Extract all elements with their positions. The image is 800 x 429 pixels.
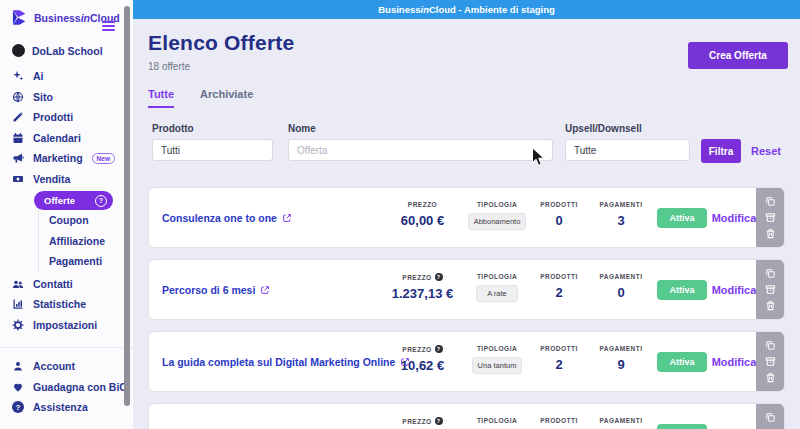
offer-row: test_abb_reverse PREZZO? TIPOLOGIA PRODO… bbox=[148, 403, 785, 429]
nome-input[interactable] bbox=[288, 139, 553, 161]
row-actions-strip bbox=[756, 260, 784, 319]
chart-icon bbox=[12, 298, 24, 310]
globe-icon bbox=[12, 91, 24, 103]
sidebar-item-impostazioni[interactable]: Impostazioni bbox=[0, 315, 133, 336]
external-link-icon[interactable] bbox=[282, 213, 292, 223]
sidebar-item-coupon[interactable]: Coupon bbox=[39, 210, 133, 231]
tab-tutte[interactable]: Tutte bbox=[148, 88, 174, 108]
archive-icon[interactable] bbox=[765, 356, 776, 367]
price-info-icon[interactable]: ? bbox=[435, 417, 443, 425]
crea-offerta-button[interactable]: Crea Offerta bbox=[688, 42, 788, 69]
trash-icon[interactable] bbox=[765, 372, 776, 383]
sidebar-item-affiliazione[interactable]: Affiliazione bbox=[39, 231, 133, 252]
price-info-icon[interactable]: ? bbox=[435, 345, 443, 353]
row-actions-strip bbox=[756, 188, 784, 247]
sidebar-item-ai[interactable]: Ai bbox=[0, 66, 133, 87]
sidebar-scrollbar[interactable] bbox=[124, 6, 130, 406]
status-badge: Attiva bbox=[657, 280, 706, 300]
brand-logo[interactable]: BusinessinCloud bbox=[0, 0, 133, 27]
gear-icon bbox=[12, 319, 24, 331]
upsell-downsell-label: Upsell/Downsell bbox=[565, 123, 642, 134]
sidebar-item-contatti[interactable]: Contatti bbox=[0, 274, 133, 295]
pencil-icon bbox=[12, 111, 24, 123]
sidebar-item-account[interactable]: Account bbox=[0, 356, 133, 377]
filtra-button[interactable]: Filtra bbox=[701, 139, 741, 163]
sidebar-nav: Ai Sito Prodotti Calendari Marketing New bbox=[0, 66, 133, 418]
offer-payments: 3 bbox=[590, 213, 652, 228]
page-title: Elenco Offerte bbox=[148, 31, 294, 55]
modifica-link[interactable]: Modifica bbox=[712, 284, 757, 296]
trash-icon[interactable] bbox=[765, 300, 776, 311]
businessincloud-logo-icon bbox=[10, 8, 29, 27]
sidebar-item-pagamenti[interactable]: Pagamenti bbox=[39, 251, 133, 272]
staging-banner: BusinessinCloud - Ambiente di staging bbox=[133, 0, 800, 19]
sidebar: BusinessinCloud DoLab School Ai Sito Pro… bbox=[0, 0, 133, 429]
hamburger-menu-icon[interactable] bbox=[102, 25, 115, 27]
offer-products: 2 bbox=[528, 357, 590, 372]
row-actions-strip bbox=[756, 332, 784, 391]
duplicate-icon[interactable] bbox=[765, 340, 776, 351]
workspace-name: DoLab School bbox=[32, 45, 103, 57]
sidebar-item-vendita[interactable]: Vendita bbox=[0, 169, 133, 190]
workspace-avatar bbox=[12, 44, 25, 57]
sidebar-divider bbox=[0, 347, 133, 348]
prodotto-label: Prodotto bbox=[152, 123, 194, 134]
sidebar-item-assistenza[interactable]: ? Assistenza bbox=[0, 397, 133, 418]
archive-icon[interactable] bbox=[765, 212, 776, 223]
reset-link[interactable]: Reset bbox=[751, 145, 781, 157]
offer-row: Percorso di 6 mesi PREZZO?1.237,13 € TIP… bbox=[148, 259, 785, 320]
upsell-downsell-select[interactable] bbox=[565, 139, 690, 161]
contacts-icon bbox=[12, 278, 24, 290]
offer-products: 0 bbox=[528, 213, 590, 228]
person-icon bbox=[12, 360, 24, 372]
duplicate-icon[interactable] bbox=[765, 268, 776, 279]
sidebar-item-sito[interactable]: Sito bbox=[0, 87, 133, 108]
sidebar-item-statistiche[interactable]: Statistiche bbox=[0, 294, 133, 315]
tabs: Tutte Archiviate bbox=[148, 88, 253, 108]
staging-banner-text: BusinessinCloud - Ambiente di staging bbox=[378, 4, 555, 15]
workspace-switcher[interactable]: DoLab School bbox=[0, 27, 133, 57]
offer-name-link[interactable]: Consulenza one to one bbox=[162, 212, 277, 224]
price-info-icon[interactable]: ? bbox=[435, 273, 443, 281]
offer-price: 10,62 € bbox=[379, 358, 466, 373]
sidebar-item-marketing[interactable]: Marketing New bbox=[0, 148, 133, 169]
vendita-submenu: Offerte ? Coupon Affiliazione Pagamenti bbox=[38, 191, 133, 272]
tipologia-badge: A rate bbox=[476, 285, 518, 302]
brand-name: BusinessinCloud bbox=[34, 12, 120, 24]
tipologia-badge: Una tantum bbox=[472, 357, 523, 374]
sidebar-item-guadagna-con-bic[interactable]: Guadagna con BiC bbox=[0, 377, 133, 398]
tipologia-badge: Abbonamento bbox=[468, 213, 527, 230]
offer-products: 2 bbox=[528, 285, 590, 300]
duplicate-icon[interactable] bbox=[765, 196, 776, 207]
calendar-icon bbox=[12, 132, 24, 144]
trash-icon[interactable] bbox=[765, 228, 776, 239]
help-circle-icon[interactable]: ? bbox=[95, 195, 107, 207]
sparkle-icon bbox=[12, 70, 24, 82]
duplicate-icon[interactable] bbox=[765, 412, 776, 423]
sidebar-item-calendari[interactable]: Calendari bbox=[0, 128, 133, 149]
offer-payments: 9 bbox=[590, 357, 652, 372]
nome-label: Nome bbox=[288, 123, 316, 134]
new-badge: New bbox=[92, 153, 115, 164]
status-badge: Attiva bbox=[657, 208, 706, 228]
sidebar-item-prodotti[interactable]: Prodotti bbox=[0, 107, 133, 128]
offer-name-link[interactable]: La guida completa sul Digital Marketing … bbox=[162, 356, 395, 368]
offers-count: 18 offerte bbox=[148, 61, 190, 72]
offer-name-link[interactable]: Percorso di 6 mesi bbox=[162, 284, 255, 296]
offer-price: 1.237,13 € bbox=[379, 286, 466, 301]
banknote-icon bbox=[12, 173, 24, 185]
external-link-icon[interactable] bbox=[260, 285, 270, 295]
megaphone-icon bbox=[12, 152, 24, 164]
offer-row: La guida completa sul Digital Marketing … bbox=[148, 331, 785, 392]
archive-icon[interactable] bbox=[765, 284, 776, 295]
status-badge: Attiva bbox=[657, 352, 706, 372]
tab-archiviate[interactable]: Archiviate bbox=[200, 88, 253, 108]
modifica-link[interactable]: Modifica bbox=[712, 212, 757, 224]
prodotto-select[interactable] bbox=[152, 139, 273, 161]
question-circle-icon: ? bbox=[12, 401, 24, 413]
offer-row: Consulenza one to one PREZZO60,00 € TIPO… bbox=[148, 187, 785, 248]
offer-payments: 0 bbox=[590, 285, 652, 300]
status-badge: Attiva bbox=[657, 424, 706, 429]
sidebar-item-offerte-active[interactable]: Offerte ? bbox=[34, 191, 113, 210]
modifica-link[interactable]: Modifica bbox=[712, 356, 757, 368]
